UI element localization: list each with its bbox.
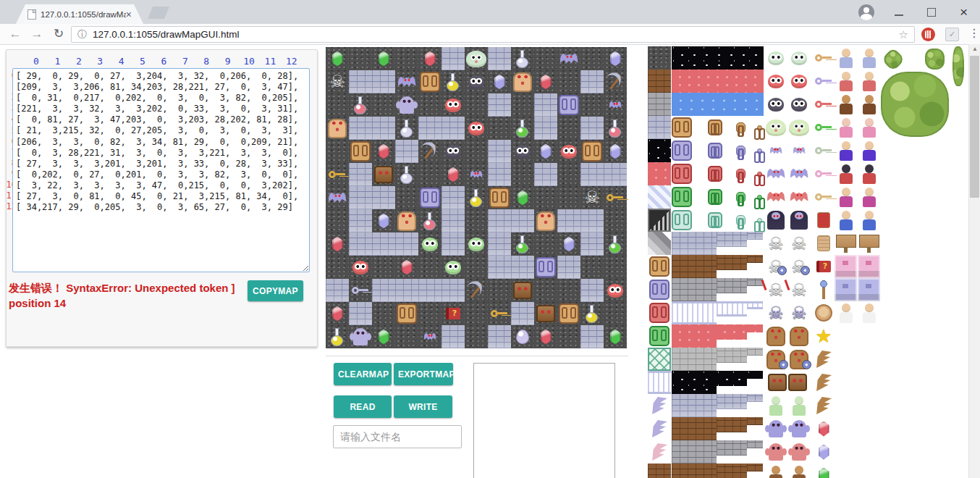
map-tile[interactable]: [349, 232, 372, 256]
tileset-tile[interactable]: [765, 395, 787, 416]
map-tile[interactable]: [534, 325, 557, 348]
tileset-tile[interactable]: [717, 232, 747, 247]
tileset-tile[interactable]: [757, 125, 762, 131]
map-tile[interactable]: [349, 140, 372, 163]
tileset-tile[interactable]: [788, 209, 810, 231]
tileset-tile[interactable]: [648, 139, 671, 162]
map-tile[interactable]: [418, 279, 442, 302]
map-tile[interactable]: [557, 70, 580, 93]
map-tile[interactable]: [488, 70, 511, 93]
map-tile[interactable]: [465, 302, 488, 325]
tileset-tile[interactable]: [672, 46, 764, 70]
tileset-tile[interactable]: [813, 209, 835, 231]
map-tile[interactable]: [372, 70, 395, 93]
map-tile[interactable]: [488, 256, 511, 279]
tileset-tile[interactable]: [717, 324, 747, 340]
map-tile[interactable]: [511, 302, 534, 325]
map-tile[interactable]: [534, 47, 557, 70]
tileset-tile[interactable]: [765, 464, 787, 478]
tileset-tile[interactable]: [835, 117, 857, 138]
tileset-tile[interactable]: [708, 189, 722, 205]
tileset-tile[interactable]: [765, 348, 787, 370]
tileset-tile[interactable]: [813, 395, 835, 416]
tileset-tile[interactable]: [835, 70, 857, 92]
exportmap-button[interactable]: EXPORTMAP: [394, 363, 453, 385]
map-tile[interactable]: [326, 140, 349, 163]
map-tile[interactable]: [372, 93, 395, 117]
back-button[interactable]: ←: [6, 25, 25, 43]
tileset-tile[interactable]: [648, 209, 671, 232]
map-tile[interactable]: [557, 93, 580, 117]
tileset-tile[interactable]: [648, 255, 671, 278]
tileset-tile[interactable]: [835, 232, 857, 254]
tileset-tile[interactable]: [765, 325, 787, 347]
map-tile[interactable]: [511, 93, 534, 117]
map-tile[interactable]: [511, 70, 534, 93]
tileset-tile[interactable]: [672, 464, 717, 478]
map-tile[interactable]: [372, 186, 395, 209]
tileset-tile[interactable]: [708, 120, 722, 135]
map-tile[interactable]: [349, 117, 372, 140]
map-tile[interactable]: [488, 279, 511, 302]
tileset-tile[interactable]: ☠: [788, 256, 810, 277]
tileset-tile[interactable]: [788, 348, 810, 370]
map-tile[interactable]: [488, 117, 511, 140]
tileset-tile[interactable]: [717, 278, 747, 293]
tileset-tile[interactable]: [736, 169, 745, 180]
tileset-tile[interactable]: [747, 348, 763, 356]
tileset-tile[interactable]: [813, 348, 835, 370]
tileset-tile[interactable]: [717, 440, 747, 456]
map-tile[interactable]: [534, 93, 557, 117]
map-tile[interactable]: [442, 70, 465, 93]
map-tile[interactable]: [580, 209, 604, 232]
map-tile[interactable]: [418, 302, 442, 325]
map-tile[interactable]: [534, 232, 557, 256]
map-tile[interactable]: [534, 70, 557, 93]
map-tile[interactable]: [349, 47, 372, 70]
map-tile[interactable]: [580, 140, 604, 163]
restore-button[interactable]: [915, 2, 947, 22]
map-tile[interactable]: [465, 256, 488, 279]
map-tile[interactable]: [349, 209, 372, 232]
map-tile[interactable]: [465, 279, 488, 302]
tileset-tile[interactable]: [788, 47, 810, 69]
tileset-tile[interactable]: [813, 70, 835, 92]
tileset-tile[interactable]: [672, 278, 717, 301]
map-tile[interactable]: [511, 117, 534, 140]
tileset-tile[interactable]: [648, 93, 671, 116]
tileset-tile[interactable]: [648, 301, 671, 324]
tileset-tile[interactable]: ☠: [788, 279, 810, 301]
tileset-tile[interactable]: [788, 464, 810, 478]
tileset-tile[interactable]: [747, 417, 763, 425]
map-tile[interactable]: [349, 93, 372, 117]
map-tile[interactable]: [326, 279, 349, 302]
tileset-tile[interactable]: [672, 117, 692, 138]
export-output-box[interactable]: [473, 363, 615, 478]
map-tile[interactable]: [465, 186, 488, 209]
map-tile[interactable]: [465, 117, 488, 140]
map-tile[interactable]: [395, 163, 418, 186]
tileset-tile[interactable]: [747, 301, 763, 309]
checkbox-extension-icon[interactable]: ✓: [945, 28, 959, 41]
map-tile[interactable]: [557, 117, 580, 140]
tileset-tile[interactable]: [813, 302, 835, 324]
tileset-tile[interactable]: [717, 371, 747, 386]
map-tile[interactable]: [557, 140, 580, 163]
map-tile[interactable]: [511, 232, 534, 256]
tileset-tile[interactable]: [717, 394, 747, 409]
tileset-tile[interactable]: [747, 371, 763, 379]
map-tile[interactable]: [465, 47, 488, 70]
page-scrollbar[interactable]: ▲: [968, 44, 980, 478]
tileset-tile[interactable]: [765, 70, 787, 92]
map-tile[interactable]: [465, 209, 488, 232]
tileset-tile[interactable]: [788, 140, 810, 162]
map-tile[interactable]: [488, 186, 511, 209]
browser-menu-icon[interactable]: ⋮: [968, 26, 980, 40]
address-bar[interactable]: ⓘ 127.0.0.1:1055/drawMapGUI.html ☆: [71, 26, 915, 43]
map-tile[interactable]: [442, 117, 465, 140]
tileset-tile[interactable]: [648, 162, 671, 185]
map-tile[interactable]: [580, 325, 604, 348]
map-tile[interactable]: [326, 256, 349, 279]
map-tile[interactable]: [349, 256, 372, 279]
tileset-tile[interactable]: [747, 232, 763, 240]
